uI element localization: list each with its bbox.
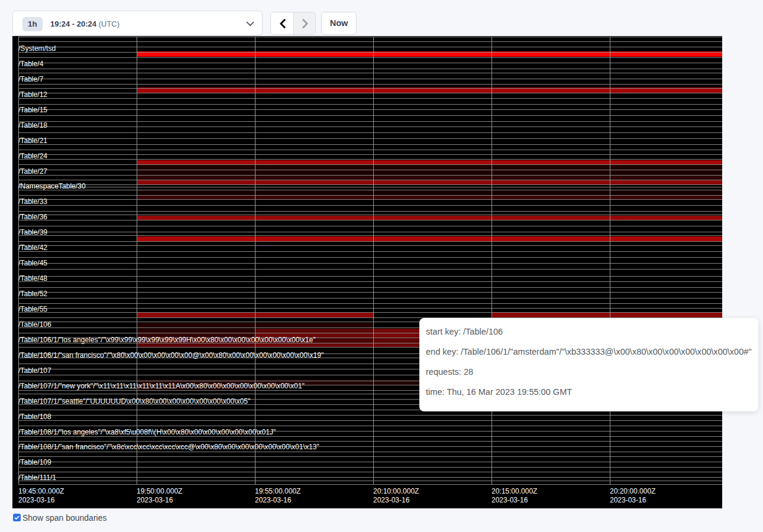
svg-text:/Table/15: /Table/15 bbox=[18, 106, 47, 114]
svg-text:2023-03-16: 2023-03-16 bbox=[492, 496, 528, 504]
svg-text:/Table/108/1/"san francisco"/": /Table/108/1/"san francisco"/"\x8c\xcc\x… bbox=[18, 443, 319, 451]
svg-text:2023-03-16: 2023-03-16 bbox=[610, 496, 646, 504]
svg-text:2023-03-16: 2023-03-16 bbox=[373, 496, 410, 504]
svg-text:/Table/55: /Table/55 bbox=[18, 305, 47, 313]
svg-text:2023-03-16: 2023-03-16 bbox=[255, 496, 292, 504]
svg-text:/Table/107/1/"seattle"/"UUUUUU: /Table/107/1/"seattle"/"UUUUUUD\x00\x80\… bbox=[18, 397, 250, 406]
svg-text:/Table/24: /Table/24 bbox=[18, 152, 47, 160]
svg-text:/Table/106/1/"los angeles"/"\x: /Table/106/1/"los angeles"/"\x99\x99\x99… bbox=[18, 336, 316, 344]
svg-text:19:55:00.000Z: 19:55:00.000Z bbox=[255, 487, 300, 495]
svg-text:/Table/106/1/"san francisco"/": /Table/106/1/"san francisco"/"\x80\x00\x… bbox=[18, 351, 324, 359]
svg-text:/Table/107: /Table/107 bbox=[18, 366, 51, 375]
svg-text:/Table/36: /Table/36 bbox=[18, 213, 47, 221]
svg-text:2023-03-16: 2023-03-16 bbox=[137, 496, 173, 504]
svg-text:/Table/18: /Table/18 bbox=[18, 121, 47, 129]
svg-text:19:50:00.000Z: 19:50:00.000Z bbox=[137, 487, 182, 495]
svg-text:20:15:00.000Z: 20:15:00.000Z bbox=[492, 487, 537, 495]
svg-text:/Table/27: /Table/27 bbox=[18, 167, 47, 176]
svg-text:20:20:00.000Z: 20:20:00.000Z bbox=[610, 487, 655, 495]
svg-text:/Table/33: /Table/33 bbox=[18, 197, 47, 206]
svg-text:/Table/111/1: /Table/111/1 bbox=[18, 473, 56, 482]
svg-text:2023-03-16: 2023-03-16 bbox=[18, 496, 55, 504]
svg-text:/Table/4: /Table/4 bbox=[18, 60, 44, 68]
svg-text:/Table/45: /Table/45 bbox=[18, 259, 47, 267]
svg-text:19:45:00.000Z: 19:45:00.000Z bbox=[18, 487, 64, 495]
svg-text:20:10:00.000Z: 20:10:00.000Z bbox=[373, 487, 419, 495]
svg-text:/Table/48: /Table/48 bbox=[18, 274, 47, 283]
svg-text:/Table/12: /Table/12 bbox=[18, 90, 47, 99]
svg-text:/Table/108: /Table/108 bbox=[18, 413, 51, 421]
svg-text:/Table/106: /Table/106 bbox=[18, 320, 51, 329]
svg-text:/Table/39: /Table/39 bbox=[18, 228, 47, 236]
svg-text:/Table/21: /Table/21 bbox=[18, 137, 47, 145]
svg-text:/Table/42: /Table/42 bbox=[18, 244, 47, 252]
svg-text:/NamespaceTable/30: /NamespaceTable/30 bbox=[18, 182, 86, 190]
svg-text:/Table/108/1/"los angeles"/"\x: /Table/108/1/"los angeles"/"\xa8\xf5\u00… bbox=[18, 428, 276, 436]
svg-text:/Table/109: /Table/109 bbox=[18, 458, 51, 466]
svg-text:/Table/52: /Table/52 bbox=[18, 290, 47, 298]
svg-text:/Table/107/1/"new york"/"\x11\: /Table/107/1/"new york"/"\x11\x11\x11\x1… bbox=[18, 382, 305, 390]
svg-text:/System/tsd: /System/tsd bbox=[18, 44, 56, 53]
svg-text:/Table/7: /Table/7 bbox=[18, 75, 44, 83]
